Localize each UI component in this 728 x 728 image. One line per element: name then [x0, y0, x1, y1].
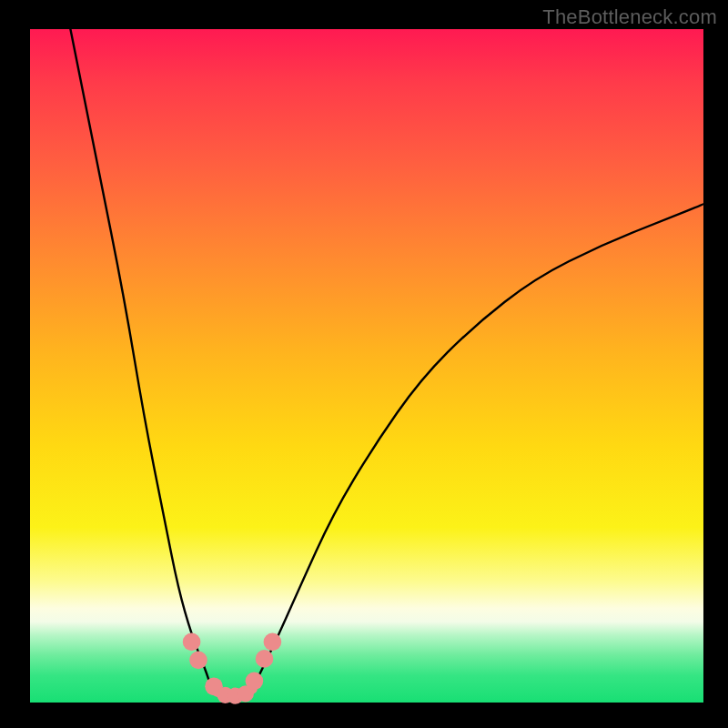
- series-left-branch: [70, 29, 211, 689]
- series-right-branch: [252, 204, 703, 689]
- markers-group: [183, 633, 281, 704]
- marker-right-lower-dot: [246, 672, 264, 691]
- chart-container: TheBottleneck.com: [0, 0, 728, 728]
- series-group: [70, 29, 703, 695]
- marker-right-top-dot: [264, 633, 282, 652]
- marker-left-upper-dot: [183, 633, 201, 652]
- plot-area: [30, 29, 703, 703]
- marker-left-lower-dot: [189, 652, 207, 670]
- chart-svg: [30, 29, 703, 703]
- watermark-text: TheBottleneck.com: [542, 5, 717, 29]
- marker-right-upper-dot: [256, 650, 274, 668]
